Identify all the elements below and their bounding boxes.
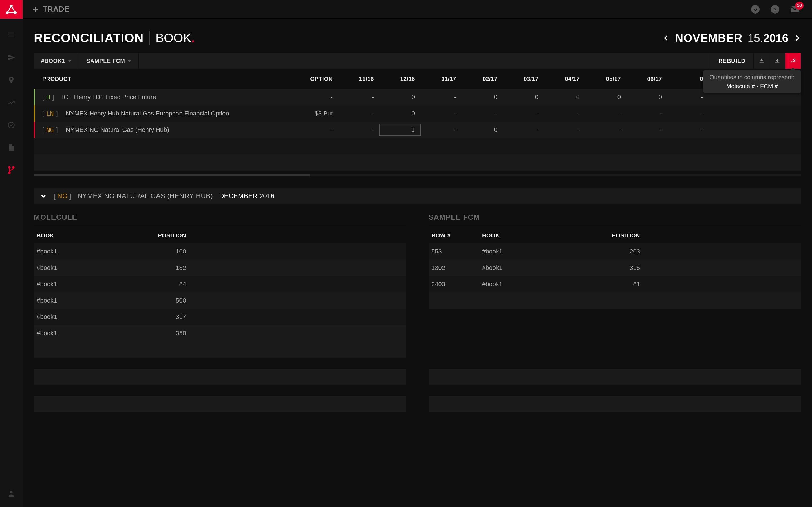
value-cell[interactable]: 1 (379, 124, 421, 136)
location-icon[interactable] (6, 75, 16, 85)
trade-label: TRADE (43, 5, 70, 13)
fcm-header-row: ROW # (428, 232, 482, 239)
rebuild-button[interactable]: REBUILD (710, 53, 753, 69)
menu-icon[interactable] (6, 30, 16, 40)
value-cell: - (668, 110, 709, 117)
svg-point-7 (8, 167, 10, 168)
molecule-row[interactable]: #book1-132 (34, 260, 406, 276)
fcm-row[interactable]: 2403#book181 (428, 276, 801, 292)
header-month: 05/17 (585, 76, 626, 82)
horizontal-scrollbar[interactable] (34, 173, 801, 176)
send-icon[interactable] (6, 52, 16, 62)
molecule-row[interactable]: #book1500 (34, 292, 406, 309)
value-cell: - (585, 126, 626, 133)
scrollbar-thumb[interactable] (34, 173, 310, 176)
value-cell: - (421, 94, 462, 101)
header-month: 04/17 (544, 76, 585, 82)
value-cell: - (668, 126, 709, 133)
value-cell: 0 (379, 94, 421, 101)
value-cell: - (421, 126, 462, 133)
empty-row (428, 369, 801, 385)
value-cell: 0 (503, 94, 544, 101)
date-selector[interactable]: NOVEMBER 15.2016 (663, 32, 801, 45)
fcm-panel: SAMPLE FCM ROW # BOOK POSITION 553#book1… (428, 213, 801, 358)
empty-row (428, 396, 801, 412)
value-cell: 0 (626, 94, 668, 101)
mail-icon[interactable]: 10 (789, 3, 801, 15)
grid-row[interactable]: [ H ] ICE Henry LD1 Fixed Price Future--… (34, 89, 801, 105)
header-month: 01/17 (421, 76, 462, 82)
svg-point-6 (8, 122, 14, 128)
fcm-header-position: POSITION (589, 232, 640, 239)
value-cell: - (338, 110, 379, 117)
empty-row (34, 138, 801, 154)
empty-row (34, 396, 406, 412)
svg-point-13 (751, 5, 760, 13)
app-logo[interactable] (0, 0, 22, 18)
chevron-left-icon[interactable] (663, 34, 670, 42)
reconciliation-grid: PRODUCT OPTION 11/1612/1601/1702/1703/17… (34, 69, 801, 171)
svg-point-9 (8, 172, 10, 173)
settings-button[interactable] (785, 53, 801, 69)
header-month: 12/16 (379, 76, 421, 82)
value-cell: - (585, 110, 626, 117)
fcm-filter[interactable]: SAMPLE FCM (79, 53, 139, 69)
chevron-down-icon[interactable] (40, 192, 47, 200)
title-row: RECONCILIATION BOOK. NOVEMBER 15.2016 (22, 18, 812, 53)
document-icon[interactable] (6, 143, 16, 153)
expanded-date: DECEMBER 2016 (219, 192, 274, 200)
fcm-title: SAMPLE FCM (428, 213, 801, 226)
product-cell: [ NG ] NYMEX NG Natural Gas (Henry Hub) (42, 126, 288, 133)
value-cell: - (544, 110, 585, 117)
empty-row (34, 154, 801, 171)
product-cell: [ LN ] NYMEX Henry Hub Natural Gas Europ… (42, 110, 288, 117)
svg-rect-4 (8, 35, 14, 35)
header-month: 11/16 (338, 76, 379, 82)
header-month: 03/17 (503, 76, 544, 82)
svg-text:?: ? (773, 6, 777, 12)
chart-icon[interactable] (6, 98, 16, 108)
empty-row (34, 369, 406, 385)
title-dot: . (192, 31, 195, 45)
grid-row[interactable]: [ NG ] NYMEX NG Natural Gas (Henry Hub)-… (34, 122, 801, 138)
option-cell: - (288, 126, 338, 133)
fcm-row[interactable]: 1302#book1315 (428, 260, 801, 276)
value-cell: - (421, 110, 462, 117)
settings-tooltip: Quantities in columns represent: Molecul… (703, 70, 801, 93)
value-cell: - (626, 110, 668, 117)
sidebar (0, 0, 22, 507)
branch-icon[interactable] (6, 165, 16, 175)
expanded-name: NYMEX NG NATURAL GAS (HENRY HUB) (78, 192, 213, 200)
molecule-row[interactable]: #book1100 (34, 243, 406, 260)
molecule-title: MOLECULE (34, 213, 406, 226)
svg-rect-5 (8, 37, 14, 37)
value-cell: 0 (462, 126, 503, 133)
molecule-row[interactable]: #book1350 (34, 325, 406, 341)
filter-bar: #BOOK1 SAMPLE FCM REBUILD Quantities in … (34, 53, 801, 69)
download-button[interactable] (753, 53, 769, 69)
trade-button[interactable]: TRADE (32, 5, 70, 13)
value-cell: 0 (544, 94, 585, 101)
molecule-header-book: BOOK (34, 232, 141, 239)
upload-button[interactable] (769, 53, 785, 69)
help-icon[interactable]: ? (769, 3, 781, 15)
value-cell: - (503, 126, 544, 133)
molecule-row[interactable]: #book184 (34, 276, 406, 292)
fcm-header-book: BOOK (482, 232, 589, 239)
user-icon[interactable] (6, 489, 16, 499)
date-day: 15. (748, 32, 763, 44)
grid-row[interactable]: [ LN ] NYMEX Henry Hub Natural Gas Europ… (34, 105, 801, 122)
chevron-circle-icon[interactable] (749, 3, 761, 15)
header-product: PRODUCT (34, 76, 288, 82)
book-filter[interactable]: #BOOK1 (34, 53, 79, 69)
chevron-right-icon[interactable] (794, 34, 801, 42)
notification-badge: 10 (795, 2, 804, 10)
tooltip-line1: Quantities in columns represent: (710, 74, 795, 80)
value-cell: - (668, 94, 709, 101)
check-circle-icon[interactable] (6, 120, 16, 130)
page-title: RECONCILIATION (34, 31, 144, 45)
fcm-row[interactable]: 553#book1203 (428, 243, 801, 260)
grid-header: PRODUCT OPTION 11/1612/1601/1702/1703/17… (34, 69, 801, 89)
tooltip-line2: Molecule # - FCM # (710, 83, 795, 90)
molecule-row[interactable]: #book1-317 (34, 309, 406, 325)
